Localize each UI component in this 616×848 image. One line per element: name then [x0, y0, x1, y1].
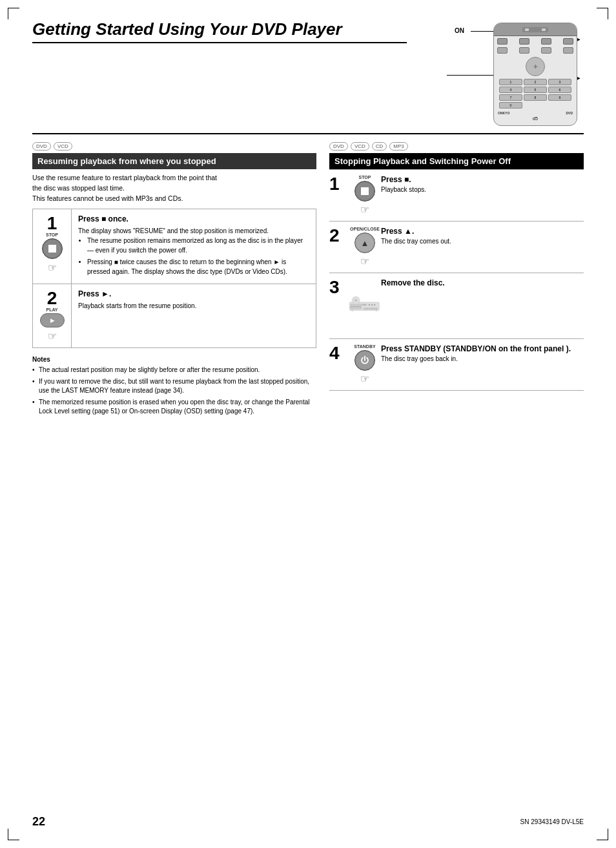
right-step-4-content: Press STANDBY (STANDBY/ON on the front p…	[381, 344, 584, 364]
rb-4	[563, 38, 573, 45]
remote-body: ✛ 1 2 3 4 5 6 7 8 9 0 ONKYO	[493, 23, 577, 126]
note-3: The memorized resume position is erased …	[32, 398, 316, 416]
eject-icon: ▲	[354, 233, 375, 253]
rb-8	[563, 47, 573, 54]
rb-1	[497, 38, 508, 45]
svg-rect-10	[376, 310, 378, 311]
num-6: 6	[548, 87, 571, 93]
right-column: DVD VCD CD MP3 Stopping Playback and Swi…	[329, 142, 584, 419]
dvd-label: DVD	[566, 111, 573, 115]
right-step-4-title: Press STANDBY (STANDBY/ON on the front p…	[381, 344, 584, 353]
play-icon: ▶	[40, 313, 65, 327]
svg-point-16	[374, 308, 375, 309]
num-5: 5	[524, 87, 547, 93]
left-steps-table: 1 STOP ☞ Press ■ once. The display sho	[32, 209, 316, 348]
right-step-4: 4 STANDBY ☞	[329, 339, 584, 391]
right-step-2-icon-wrap: OPEN/CLOSE ▲ ☞	[349, 227, 381, 267]
svg-point-4	[371, 304, 373, 305]
num-2: 2	[524, 79, 547, 85]
right-step-3-num: 3	[329, 278, 349, 296]
direction-pad: ✛	[494, 55, 577, 78]
left-step-2-desc: Playback starts from the resume position…	[78, 301, 309, 311]
right-step-2-num: 2	[329, 227, 349, 245]
left-step-1-action: Press ■ once.	[78, 214, 309, 223]
svg-point-14	[369, 308, 371, 309]
num-4: 4	[499, 87, 522, 93]
serial-number: SN 29343149 DV-L5E	[520, 818, 584, 825]
standby-icon	[354, 350, 375, 371]
left-step-2-content: Press ►. Playback starts from the resume…	[72, 284, 316, 348]
left-disc-types: DVD VCD	[32, 142, 316, 150]
left-step-2-num-cell: 2 PLAY ▶ ☞	[33, 284, 72, 348]
right-step-4-desc: The disc tray goes back in.	[381, 355, 584, 364]
right-step-1-icon-col: STOP ☞	[354, 175, 375, 216]
right-disc-types: DVD VCD CD MP3	[329, 142, 584, 150]
hand-icon-2: ☞	[48, 330, 57, 342]
right-step-4-num: 4	[329, 344, 349, 362]
rb-6	[519, 47, 529, 54]
right-disc-type-cd: CD	[372, 142, 387, 150]
page-header: Getting Started Using Your DVD Player ON…	[32, 19, 584, 129]
page: Getting Started Using Your DVD Player ON…	[0, 0, 616, 848]
num-7: 7	[499, 94, 522, 101]
right-step-3-content: Remove the disc.	[381, 278, 584, 289]
svg-rect-2	[362, 304, 367, 305]
left-step-2-icon-wrap: PLAY ▶ ☞	[36, 307, 68, 342]
left-step-1-num-cell: 1 STOP ☞	[33, 209, 72, 284]
right-steps: 1 STOP ☞ Press ■. Playback stops.	[329, 169, 584, 391]
remote-brand: ONKYO DVD	[494, 110, 577, 116]
right-hand-4: ☞	[360, 373, 369, 385]
left-step-1-number: 1	[36, 214, 68, 233]
num-3: 3	[548, 79, 571, 85]
main-content: DVD VCD Resuming playback from where you…	[32, 142, 584, 419]
right-step-1-icon-wrap: STOP ☞	[349, 175, 381, 216]
rb-2	[519, 38, 529, 45]
remote-illustration: ON ▶ ▶	[455, 13, 584, 129]
right-section-header: Stopping Playback and Switching Power Of…	[329, 153, 584, 169]
right-stop-label: STOP	[359, 175, 371, 180]
page-number: 22	[32, 815, 45, 829]
right-step-4-icon-wrap: STANDBY ☞	[349, 344, 381, 385]
note-2: If you want to remove the disc, but stil…	[32, 377, 316, 395]
left-step-1: 1 STOP ☞ Press ■ once. The display sho	[33, 209, 316, 284]
svg-rect-9	[351, 310, 353, 311]
rb-7	[541, 47, 551, 54]
right-step-2-desc: The disc tray comes out.	[381, 237, 584, 246]
right-step-1-num: 1	[329, 175, 349, 193]
left-column: DVD VCD Resuming playback from where you…	[32, 142, 316, 419]
note-1: The actual restart position may be sligh…	[32, 366, 316, 375]
brand-name: ONKYO	[498, 111, 509, 115]
left-step-2: 2 PLAY ▶ ☞ Press ►. Playback starts from…	[33, 284, 316, 348]
dvd-player-svg	[349, 278, 381, 333]
right-step-1-title: Press ■.	[381, 175, 584, 184]
svg-point-15	[371, 308, 373, 309]
disc-type-vcd: VCD	[54, 142, 72, 150]
svg-point-13	[367, 308, 368, 309]
standby-label: STANDBY	[354, 344, 375, 349]
right-hand-2: ☞	[360, 255, 369, 267]
left-step-1-icon-wrap: STOP ☞	[36, 233, 68, 274]
page-footer: 22 SN 29343149 DV-L5E	[32, 815, 584, 829]
right-step-3: 3	[329, 273, 584, 339]
stop-square	[48, 245, 56, 253]
right-step-2-icon-col: OPEN/CLOSE ▲ ☞	[350, 227, 380, 267]
stop-icon	[42, 238, 63, 259]
right-disc-type-dvd: DVD	[329, 142, 348, 150]
svg-point-12	[365, 308, 366, 309]
svg-point-8	[355, 300, 356, 301]
num-0: 0	[499, 102, 522, 109]
right-step-1-desc: Playback stops.	[381, 185, 584, 194]
right-step-1: 1 STOP ☞ Press ■. Playback stops.	[329, 169, 584, 222]
svg-point-17	[376, 308, 377, 309]
on-label: ON	[455, 27, 464, 34]
left-step-1-desc: The display shows "RESUME" and the stop …	[78, 226, 309, 276]
svg-rect-6	[351, 306, 362, 307]
right-step-3-title: Remove the disc.	[381, 278, 584, 287]
notes-section: Notes The actual restart position may be…	[32, 356, 316, 416]
left-section-desc: Use the resume feature to restart playba…	[32, 173, 316, 203]
right-hand-1: ☞	[360, 203, 369, 216]
right-step-2: 2 OPEN/CLOSE ▲ ☞ Press ▲. The disc tray …	[329, 222, 584, 273]
right-disc-type-mp3: MP3	[389, 142, 407, 150]
left-step-1-content: Press ■ once. The display shows "RESUME"…	[72, 209, 316, 284]
notes-list: The actual restart position may be sligh…	[32, 366, 316, 416]
